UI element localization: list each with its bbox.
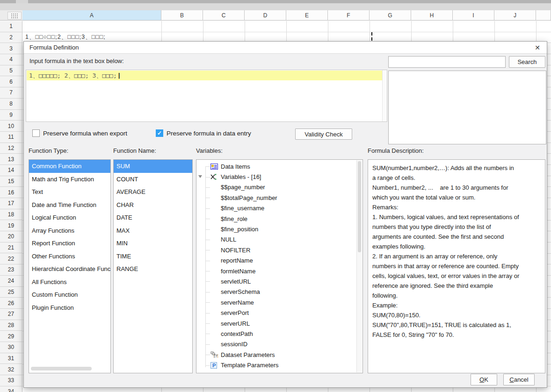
sheet-tab[interactable] <box>16 0 28 3</box>
variable-item[interactable]: reportName <box>196 256 362 266</box>
row-header-15[interactable]: 15 <box>0 176 22 187</box>
ok-button[interactable]: OK <box>471 374 497 385</box>
function-name-item[interactable]: MAX <box>114 224 192 237</box>
variable-item[interactable]: sessionID <box>196 339 362 349</box>
row-header-13[interactable]: 13 <box>0 154 22 165</box>
row-header-17[interactable]: 17 <box>0 198 22 209</box>
formula-editor[interactable]: 1、□□□□□; 2、□□□; 3、□□□;| <box>26 70 387 122</box>
tree-node[interactable]: [?]Dataset Parameters <box>196 349 362 360</box>
row-header-11[interactable]: 11 <box>0 132 22 143</box>
function-type-item[interactable]: Math and Trig Function <box>29 173 110 186</box>
column-header-B[interactable]: B <box>161 10 203 21</box>
row-header-30[interactable]: 30 <box>0 342 22 353</box>
variable-item[interactable]: $fine_role <box>196 214 362 224</box>
cancel-button[interactable]: Cancel <box>503 374 535 385</box>
tree-node[interactable]: Variables - [16] <box>196 171 362 182</box>
vertical-scrollbar[interactable] <box>356 160 362 372</box>
variable-item[interactable]: serverURL <box>196 318 362 328</box>
row-header-23[interactable]: 23 <box>0 264 22 276</box>
row-header-28[interactable]: 28 <box>0 320 22 331</box>
variable-item[interactable]: formletName <box>196 266 362 276</box>
function-type-item[interactable]: Text <box>29 185 110 199</box>
row-header-16[interactable]: 16 <box>0 187 22 198</box>
select-all-button[interactable] <box>7 12 22 20</box>
function-type-item[interactable]: All Functions <box>29 276 110 289</box>
preserve-export-checkbox[interactable] <box>32 129 40 137</box>
function-name-item[interactable]: DATE <box>114 211 192 224</box>
row-header-22[interactable]: 22 <box>0 253 22 264</box>
row-header-29[interactable]: 29 <box>0 331 22 342</box>
expand-arrow-icon[interactable] <box>198 175 202 178</box>
function-name-item[interactable]: CHAR <box>114 199 192 212</box>
row-header-2[interactable]: 2 <box>0 32 22 43</box>
row-header-20[interactable]: 20 <box>0 231 22 242</box>
row-header-10[interactable]: 10 <box>0 121 22 132</box>
row-header-34[interactable]: 34 <box>0 386 22 392</box>
function-type-item[interactable]: Date and Time Function <box>29 199 110 212</box>
variable-item[interactable]: serverName <box>196 297 362 307</box>
editor-scrollbar[interactable] <box>382 70 387 121</box>
variable-item[interactable]: contextPath <box>196 328 362 339</box>
row-header-31[interactable]: 31 <box>0 353 22 364</box>
variable-item[interactable]: NULL <box>196 235 362 245</box>
column-header-A[interactable]: A <box>22 10 161 21</box>
scrollbar-thumb[interactable] <box>358 161 361 252</box>
function-type-list[interactable]: Common FunctionMath and Trig FunctionTex… <box>29 159 111 373</box>
function-type-item[interactable]: Hierarchical Coordinate Function <box>29 263 110 276</box>
column-header-E[interactable]: E <box>286 10 328 21</box>
variable-item[interactable]: $fine_username <box>196 203 362 214</box>
variable-item[interactable]: serverPort <box>196 307 362 318</box>
function-name-list[interactable]: SUMCOUNTAVERAGECHARDATEMAXMINTIMERANGE <box>113 159 193 373</box>
row-header-3[interactable]: 3 <box>0 43 22 54</box>
function-name-item[interactable]: RANGE <box>114 263 192 276</box>
function-name-item[interactable]: AVERAGE <box>114 185 192 199</box>
formula-editor-line1[interactable]: 1、□□□□□; 2、□□□; 3、□□□;| <box>27 71 384 80</box>
row-header-24[interactable]: 24 <box>0 276 22 287</box>
variable-item[interactable]: NOFILTER <box>196 245 362 255</box>
column-header-I[interactable]: I <box>453 10 494 21</box>
row-header-8[interactable]: 8 <box>0 99 22 110</box>
row-header-4[interactable]: 4 <box>0 54 22 65</box>
function-name-item[interactable]: MIN <box>114 237 192 250</box>
row-header-26[interactable]: 26 <box>0 298 22 309</box>
column-header-partial[interactable] <box>536 10 551 21</box>
search-results-box[interactable] <box>388 71 546 144</box>
variable-item[interactable]: $$page_number <box>196 182 362 192</box>
column-header-G[interactable]: G <box>370 10 411 21</box>
column-header-F[interactable]: F <box>328 10 370 21</box>
row-header-7[interactable]: 7 <box>0 87 22 99</box>
function-type-item[interactable]: Other Functions <box>29 250 110 263</box>
validity-check-button[interactable]: Validity Check <box>295 128 352 140</box>
tree-node[interactable]: PTemplate Parameters <box>196 360 362 370</box>
function-type-item[interactable]: Plugin Function <box>29 301 110 314</box>
function-type-item[interactable]: Report Function <box>29 237 110 250</box>
function-name-item[interactable]: SUM <box>114 160 192 173</box>
variable-item[interactable]: $$totalPage_number <box>196 192 362 203</box>
close-icon[interactable]: ✕ <box>533 43 542 52</box>
variable-item[interactable]: $fine_position <box>196 224 362 234</box>
row-header-21[interactable]: 21 <box>0 242 22 254</box>
search-input[interactable] <box>388 56 506 68</box>
function-name-item[interactable]: TIME <box>114 250 192 263</box>
row-header-19[interactable]: 19 <box>0 220 22 231</box>
column-header-J[interactable]: J <box>494 10 536 21</box>
variables-tree[interactable]: Data ItemsVariables - [16]$$page_number$… <box>196 159 363 373</box>
search-button[interactable]: Search <box>509 56 545 68</box>
row-header-1[interactable]: 1 <box>0 21 22 32</box>
preserve-entry-checkbox[interactable]: ✓ <box>156 129 163 137</box>
horizontal-scrollbar[interactable] <box>31 367 92 371</box>
row-header-27[interactable]: 27 <box>0 309 22 320</box>
tree-node[interactable]: Data Items <box>196 161 362 171</box>
row-header-9[interactable]: 9 <box>0 110 22 121</box>
function-name-item[interactable]: COUNT <box>114 173 192 186</box>
function-type-item[interactable]: Array Functions <box>29 224 110 237</box>
row-header-33[interactable]: 33 <box>0 375 22 386</box>
variable-item[interactable]: serverSchema <box>196 287 362 297</box>
column-header-D[interactable]: D <box>245 10 286 21</box>
column-header-C[interactable]: C <box>203 10 245 21</box>
function-type-item[interactable]: Custom Function <box>29 288 110 301</box>
row-header-6[interactable]: 6 <box>0 76 22 87</box>
row-header-5[interactable]: 5 <box>0 65 22 77</box>
row-header-14[interactable]: 14 <box>0 165 22 176</box>
function-type-item[interactable]: Common Function <box>29 160 110 173</box>
